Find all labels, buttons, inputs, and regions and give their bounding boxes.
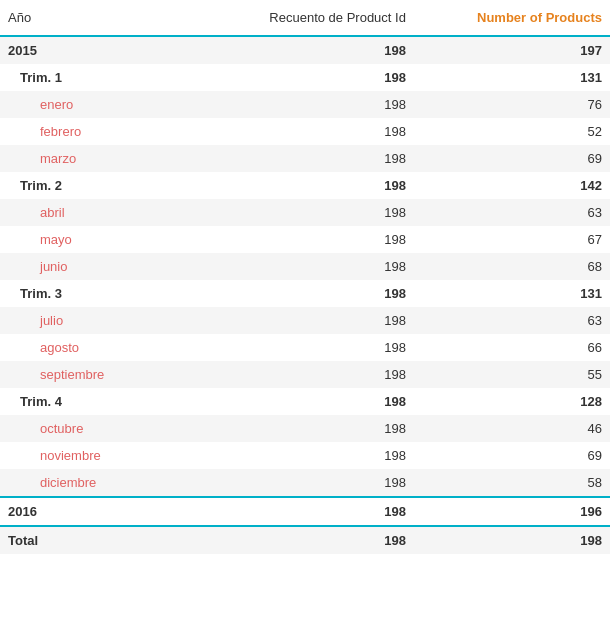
cell-number: 52 [414, 118, 610, 145]
header-year: Año [0, 0, 185, 36]
table-row: mayo19867 [0, 226, 610, 253]
cell-label: 2016 [0, 497, 185, 526]
cell-number: 131 [414, 64, 610, 91]
table-row: abril19863 [0, 199, 610, 226]
cell-recuento: 198 [185, 280, 414, 307]
cell-label: junio [0, 253, 185, 280]
cell-number: 66 [414, 334, 610, 361]
table-row: enero19876 [0, 91, 610, 118]
cell-label: Total [0, 526, 185, 554]
cell-number: 68 [414, 253, 610, 280]
cell-number: 69 [414, 145, 610, 172]
cell-recuento: 198 [185, 415, 414, 442]
cell-recuento: 198 [185, 91, 414, 118]
cell-recuento: 198 [185, 199, 414, 226]
table-row: 2015198197 [0, 36, 610, 64]
header-recuento: Recuento de Product Id [185, 0, 414, 36]
table-row: diciembre19858 [0, 469, 610, 497]
table-row: octubre19846 [0, 415, 610, 442]
cell-number: 198 [414, 526, 610, 554]
table-row: noviembre19869 [0, 442, 610, 469]
cell-label: diciembre [0, 469, 185, 497]
cell-recuento: 198 [185, 361, 414, 388]
cell-recuento: 198 [185, 36, 414, 64]
cell-label: agosto [0, 334, 185, 361]
cell-recuento: 198 [185, 307, 414, 334]
cell-recuento: 198 [185, 172, 414, 199]
cell-label: Trim. 4 [0, 388, 185, 415]
cell-number: 197 [414, 36, 610, 64]
cell-number: 55 [414, 361, 610, 388]
cell-number: 69 [414, 442, 610, 469]
cell-label: noviembre [0, 442, 185, 469]
table-row: Trim. 1198131 [0, 64, 610, 91]
cell-number: 63 [414, 307, 610, 334]
table-row: febrero19852 [0, 118, 610, 145]
table-row: Trim. 4198128 [0, 388, 610, 415]
cell-number: 58 [414, 469, 610, 497]
cell-recuento: 198 [185, 145, 414, 172]
table-row: 2016198196 [0, 497, 610, 526]
cell-recuento: 198 [185, 497, 414, 526]
cell-recuento: 198 [185, 226, 414, 253]
cell-recuento: 198 [185, 118, 414, 145]
data-table: Año Recuento de Product Id Number of Pro… [0, 0, 610, 554]
cell-label: enero [0, 91, 185, 118]
header-number: Number of Products [414, 0, 610, 36]
cell-recuento: 198 [185, 442, 414, 469]
cell-label: octubre [0, 415, 185, 442]
cell-recuento: 198 [185, 388, 414, 415]
cell-label: abril [0, 199, 185, 226]
table-wrapper[interactable]: Año Recuento de Product Id Number of Pro… [0, 0, 610, 623]
cell-recuento: 198 [185, 469, 414, 497]
cell-recuento: 198 [185, 253, 414, 280]
table-row: Trim. 2198142 [0, 172, 610, 199]
cell-number: 76 [414, 91, 610, 118]
cell-number: 196 [414, 497, 610, 526]
cell-recuento: 198 [185, 334, 414, 361]
cell-label: 2015 [0, 36, 185, 64]
table-row: septiembre19855 [0, 361, 610, 388]
cell-recuento: 198 [185, 526, 414, 554]
cell-label: marzo [0, 145, 185, 172]
table-row: Trim. 3198131 [0, 280, 610, 307]
cell-label: julio [0, 307, 185, 334]
cell-label: mayo [0, 226, 185, 253]
cell-label: Trim. 1 [0, 64, 185, 91]
cell-number: 142 [414, 172, 610, 199]
cell-label: Trim. 2 [0, 172, 185, 199]
cell-label: septiembre [0, 361, 185, 388]
table-row: Total198198 [0, 526, 610, 554]
cell-label: febrero [0, 118, 185, 145]
cell-label: Trim. 3 [0, 280, 185, 307]
cell-number: 46 [414, 415, 610, 442]
table-row: junio19868 [0, 253, 610, 280]
cell-number: 67 [414, 226, 610, 253]
cell-recuento: 198 [185, 64, 414, 91]
cell-number: 131 [414, 280, 610, 307]
cell-number: 63 [414, 199, 610, 226]
table-row: julio19863 [0, 307, 610, 334]
table-row: agosto19866 [0, 334, 610, 361]
table-row: marzo19869 [0, 145, 610, 172]
cell-number: 128 [414, 388, 610, 415]
